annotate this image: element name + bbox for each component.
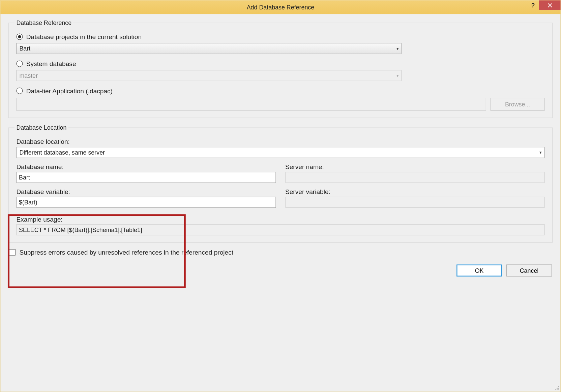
example-label: Example usage:	[16, 216, 544, 223]
database-reference-legend: Database Reference	[14, 19, 73, 26]
radio-dacpac[interactable]	[16, 88, 23, 94]
servername-input	[285, 172, 544, 183]
suppress-errors-label: Suppress errors caused by unresolved ref…	[19, 249, 233, 256]
database-location-legend: Database Location	[14, 124, 68, 131]
dbname-input[interactable]	[16, 172, 275, 183]
chevron-down-icon: ▾	[396, 46, 398, 51]
database-location-group: Database Location Database location: Dif…	[8, 124, 553, 242]
radio-system-label: System database	[26, 60, 76, 68]
radio-system[interactable]	[16, 61, 23, 67]
title-bar: Add Database Reference ?	[0, 0, 560, 14]
dialog-window: Add Database Reference ? Database Refere…	[0, 0, 561, 392]
radio-projects[interactable]	[16, 33, 23, 40]
browse-button: Browse...	[491, 98, 545, 111]
dbvar-input[interactable]	[16, 197, 275, 208]
system-select-value: master	[19, 72, 38, 79]
servername-label: Server name:	[285, 163, 544, 171]
dialog-title: Add Database Reference	[247, 4, 314, 10]
cancel-button[interactable]: Cancel	[506, 264, 552, 276]
projects-select[interactable]: Bart ▾	[16, 43, 401, 54]
servervar-input	[285, 197, 544, 208]
system-select: master ▾	[16, 70, 401, 81]
resize-grip-icon[interactable]	[554, 385, 559, 390]
location-label: Database location:	[16, 138, 544, 145]
close-icon	[548, 3, 552, 7]
radio-projects-label: Database projects in the current solutio…	[26, 33, 142, 40]
close-button[interactable]	[539, 0, 561, 10]
chevron-down-icon: ▾	[539, 150, 541, 155]
suppress-errors-checkbox[interactable]	[9, 249, 16, 256]
chevron-down-icon: ▾	[396, 73, 398, 78]
database-reference-group: Database Reference Database projects in …	[8, 19, 553, 118]
dacpac-path-input	[16, 98, 486, 111]
example-usage: SELECT * FROM [$(Bart)].[Schema1].[Table…	[16, 224, 544, 235]
help-button[interactable]: ?	[527, 0, 539, 10]
ok-button[interactable]: OK	[456, 264, 502, 276]
radio-dacpac-label: Data-tier Application (.dacpac)	[26, 87, 113, 95]
location-select[interactable]: Different database, same server ▾	[16, 147, 544, 158]
dbvar-label: Database variable:	[16, 188, 275, 195]
dbname-label: Database name:	[16, 163, 275, 171]
servervar-label: Server variable:	[285, 188, 544, 195]
projects-select-value: Bart	[19, 45, 30, 52]
location-select-value: Different database, same server	[19, 149, 105, 156]
